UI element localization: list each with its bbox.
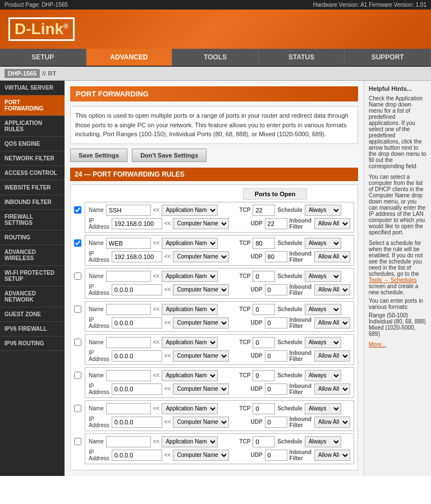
table-row: Name << Application Name TCP Schedule Al…: [74, 334, 354, 365]
udp-port-input-6[interactable]: [265, 383, 287, 395]
udp-port-input-3[interactable]: [265, 284, 287, 295]
tcp-port-input-6[interactable]: [253, 370, 275, 381]
inbound-select-5[interactable]: Allow All: [314, 350, 350, 362]
tools-schedules-link[interactable]: Tools → Schedules: [369, 277, 417, 283]
rule-name-input-4[interactable]: [106, 304, 151, 315]
schedule-select-6[interactable]: Always: [305, 370, 341, 381]
nav-setup[interactable]: SETUP: [0, 49, 86, 66]
schedule-select-4[interactable]: Always: [305, 304, 341, 315]
ip-input-5[interactable]: [112, 350, 162, 362]
ip-input-4[interactable]: [112, 317, 162, 329]
sidebar-item-advanced-wireless[interactable]: ADVANCED WIRELESS: [0, 245, 65, 266]
tcp-port-input-3[interactable]: [253, 271, 275, 282]
tcp-port-input-5[interactable]: [253, 337, 275, 348]
udp-port-input-7[interactable]: [265, 417, 287, 428]
inbound-select-1[interactable]: Allow All Inbound: [314, 218, 350, 229]
sidebar-item-routing[interactable]: ROUTING: [0, 230, 65, 245]
schedule-select-1[interactable]: Always Schedule Aways: [305, 205, 341, 216]
inbound-select-2[interactable]: Allow All Inbound: [314, 251, 350, 262]
ip-input-1[interactable]: [112, 218, 162, 229]
rule-checkbox-3[interactable]: [74, 272, 81, 280]
app-name-select-7[interactable]: Application Name: [162, 403, 218, 414]
app-name-select-4[interactable]: Application Name: [162, 304, 218, 315]
inbound-select-4[interactable]: Allow All: [314, 317, 350, 329]
rule-checkbox-7[interactable]: [74, 405, 81, 412]
ip-input-3[interactable]: [112, 284, 162, 295]
udp-port-input-5[interactable]: [265, 350, 287, 362]
sidebar-item-port-forwarding[interactable]: PORT FORWARDING: [0, 95, 65, 116]
sidebar-item-inbound-filter[interactable]: INBOUND FILTER: [0, 195, 65, 210]
save-settings-button[interactable]: Save Settings: [70, 149, 127, 162]
rule-name-input-7[interactable]: [106, 403, 151, 414]
app-name-select-6[interactable]: Application Name: [162, 370, 218, 381]
sidebar-item-virtual-server[interactable]: VIRTUAL SERVER: [0, 81, 65, 95]
inbound-select-6[interactable]: Allow All: [314, 383, 350, 395]
nav-status[interactable]: STATUS: [259, 49, 345, 66]
tcp-port-input-1[interactable]: [253, 205, 275, 216]
schedule-select-2[interactable]: Always Schedule Aways: [305, 238, 341, 249]
udp-port-input-8[interactable]: [265, 450, 287, 461]
rule-name-input-6[interactable]: [106, 370, 151, 381]
computer-name-select-4[interactable]: Computer Name: [173, 317, 229, 329]
ip-input-2[interactable]: [112, 251, 162, 262]
app-name-select-1[interactable]: Application Name: [162, 205, 218, 216]
sidebar-item-network-filter[interactable]: NETWORK FILTER: [0, 151, 65, 166]
sidebar-item-website-filter[interactable]: WEBSITE FILTER: [0, 181, 65, 195]
computer-name-select-1[interactable]: Computer Name: [173, 218, 229, 229]
rule-checkbox-5[interactable]: [74, 339, 81, 346]
sidebar-item-qos-engine[interactable]: QOS ENGINE: [0, 137, 65, 151]
nav-tools[interactable]: TOOLS: [172, 49, 259, 66]
sidebar-item-ipv6-firewall[interactable]: IPV6 FIREWALL: [0, 322, 65, 336]
nav-support[interactable]: SUPPORT: [345, 49, 431, 66]
app-name-select-3[interactable]: Application Name: [162, 271, 218, 282]
computer-name-select-6[interactable]: Computer Name: [173, 383, 229, 395]
rule-checkbox-4[interactable]: [74, 306, 81, 313]
schedule-select-3[interactable]: Always: [305, 271, 341, 282]
computer-name-select-3[interactable]: Computer Name: [173, 284, 229, 295]
sidebar-item-guest-zone[interactable]: GUEST ZONE: [0, 307, 65, 322]
app-name-select-5[interactable]: Application Name: [162, 337, 218, 348]
computer-name-select-2[interactable]: Computer Name: [173, 251, 229, 262]
rule-name-input-2[interactable]: [106, 238, 151, 249]
tcp-port-input-2[interactable]: [253, 238, 275, 249]
computer-name-select-8[interactable]: Computer Name: [173, 450, 229, 461]
inbound-select-8[interactable]: Allow All: [314, 450, 350, 461]
rule-name-input-8[interactable]: [106, 436, 151, 447]
more-link[interactable]: More...: [369, 341, 386, 348]
udp-port-input-1[interactable]: [265, 218, 287, 229]
computer-name-select-5[interactable]: Computer Name: [173, 350, 229, 362]
schedule-select-7[interactable]: Always: [305, 403, 341, 414]
inbound-select-3[interactable]: Allow All: [314, 284, 350, 295]
nav-advanced[interactable]: ADVANCED: [86, 49, 173, 66]
app-name-select-2[interactable]: Application Name: [162, 238, 218, 249]
ip-input-8[interactable]: [112, 450, 162, 461]
sidebar-item-ipv6-routing[interactable]: IPV6 ROUTING: [0, 336, 65, 351]
sidebar-item-application-rules[interactable]: APPLICATION RULES: [0, 116, 65, 137]
schedule-select-5[interactable]: Always: [305, 337, 341, 348]
ip-input-6[interactable]: [112, 383, 162, 395]
tcp-port-input-4[interactable]: [253, 304, 275, 315]
udp-port-input-4[interactable]: [265, 317, 287, 329]
computer-name-select-7[interactable]: Computer Name: [173, 417, 229, 428]
app-name-select-8[interactable]: Application Name: [162, 436, 218, 447]
rule-checkbox-6[interactable]: [74, 372, 81, 379]
rule-checkbox-1[interactable]: [74, 206, 81, 214]
udp-port-input-2[interactable]: [265, 251, 287, 262]
rule-name-input-5[interactable]: [106, 337, 151, 348]
tcp-port-input-8[interactable]: [253, 436, 275, 447]
page-description: This option is used to open multiple por…: [70, 106, 358, 144]
table-row: Name << Application Name TCP Schedule Al…: [74, 301, 354, 332]
sidebar-item-wifi-protected[interactable]: WI-FI PROTECTED SETUP: [0, 266, 65, 286]
rule-checkbox-8[interactable]: [74, 438, 81, 445]
tcp-port-input-7[interactable]: [253, 403, 275, 414]
schedule-select-8[interactable]: Always: [305, 436, 341, 447]
rule-name-input-3[interactable]: [106, 271, 151, 282]
sidebar-item-access-control[interactable]: ACCESS CONTROL: [0, 166, 65, 181]
inbound-select-7[interactable]: Allow All: [314, 417, 350, 428]
dont-save-button[interactable]: Don't Save Settings: [132, 149, 207, 162]
ip-input-7[interactable]: [112, 417, 162, 428]
sidebar-item-advanced-network[interactable]: ADVANCED NETWORK: [0, 286, 65, 307]
rule-checkbox-2[interactable]: [74, 239, 81, 247]
sidebar-item-firewall-settings[interactable]: FIREWALL SETTINGS: [0, 210, 65, 230]
rule-name-input-1[interactable]: [106, 205, 151, 216]
